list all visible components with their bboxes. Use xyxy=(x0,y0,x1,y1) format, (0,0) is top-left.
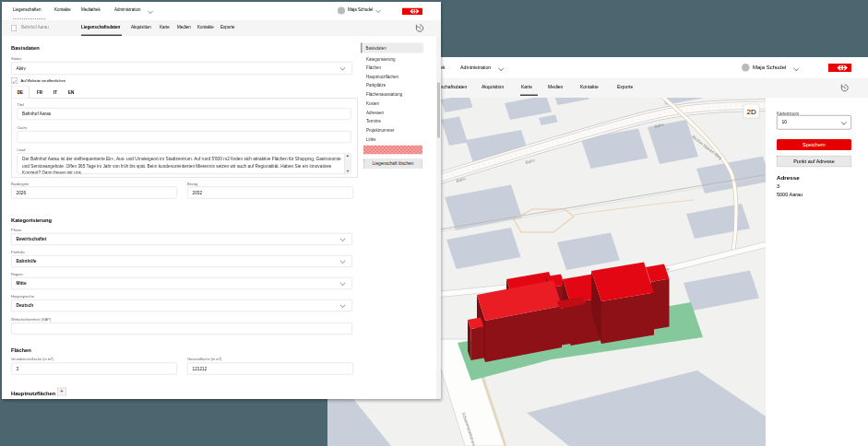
svg-text:2D: 2D xyxy=(747,108,756,116)
